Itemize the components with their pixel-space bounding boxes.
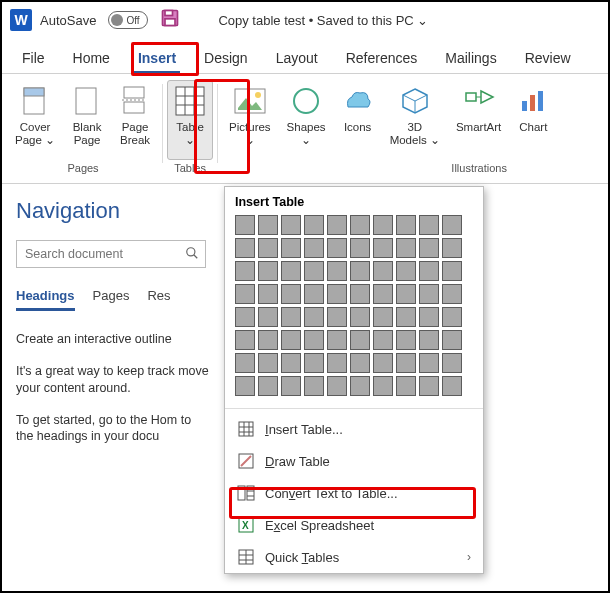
grid-cell[interactable]	[350, 353, 370, 373]
grid-cell[interactable]	[442, 261, 462, 281]
grid-cell[interactable]	[442, 284, 462, 304]
grid-cell[interactable]	[304, 307, 324, 327]
tab-mailings[interactable]: Mailings	[431, 43, 510, 73]
tab-insert[interactable]: Insert	[124, 43, 190, 73]
search-icon[interactable]	[185, 246, 199, 264]
grid-cell[interactable]	[442, 330, 462, 350]
excel-spreadsheet-item[interactable]: X Excel Spreadsheet	[225, 509, 483, 541]
grid-cell[interactable]	[281, 238, 301, 258]
grid-cell[interactable]	[350, 330, 370, 350]
quick-tables-item[interactable]: Quick Tables ›	[225, 541, 483, 573]
grid-cell[interactable]	[281, 330, 301, 350]
grid-cell[interactable]	[281, 307, 301, 327]
grid-cell[interactable]	[304, 330, 324, 350]
grid-cell[interactable]	[442, 238, 462, 258]
smartart-button[interactable]: SmartArt	[449, 80, 508, 160]
draw-table-item[interactable]: Draw Table	[225, 445, 483, 477]
grid-cell[interactable]	[396, 330, 416, 350]
grid-cell[interactable]	[304, 284, 324, 304]
grid-cell[interactable]	[396, 215, 416, 235]
grid-cell[interactable]	[258, 376, 278, 396]
3d-models-button[interactable]: 3D Models ⌄	[383, 80, 447, 160]
grid-cell[interactable]	[419, 307, 439, 327]
grid-cell[interactable]	[304, 353, 324, 373]
grid-cell[interactable]	[350, 215, 370, 235]
shapes-button[interactable]: Shapes ⌄	[280, 80, 333, 160]
grid-cell[interactable]	[327, 376, 347, 396]
grid-cell[interactable]	[304, 376, 324, 396]
grid-cell[interactable]	[419, 330, 439, 350]
table-size-grid[interactable]	[225, 215, 483, 404]
grid-cell[interactable]	[350, 307, 370, 327]
search-box[interactable]	[16, 240, 206, 268]
grid-cell[interactable]	[281, 284, 301, 304]
blank-page-button[interactable]: Blank Page	[64, 80, 110, 160]
grid-cell[interactable]	[327, 284, 347, 304]
grid-cell[interactable]	[304, 261, 324, 281]
chart-button[interactable]: Chart	[510, 80, 556, 160]
grid-cell[interactable]	[327, 353, 347, 373]
grid-cell[interactable]	[327, 238, 347, 258]
grid-cell[interactable]	[304, 238, 324, 258]
grid-cell[interactable]	[373, 238, 393, 258]
grid-cell[interactable]	[396, 307, 416, 327]
nav-tab-pages[interactable]: Pages	[93, 288, 130, 311]
grid-cell[interactable]	[235, 215, 255, 235]
grid-cell[interactable]	[419, 284, 439, 304]
tab-layout[interactable]: Layout	[262, 43, 332, 73]
grid-cell[interactable]	[281, 353, 301, 373]
grid-cell[interactable]	[235, 330, 255, 350]
pictures-button[interactable]: Pictures ⌄	[222, 80, 278, 160]
page-break-button[interactable]: Page Break	[112, 80, 158, 160]
tab-design[interactable]: Design	[190, 43, 262, 73]
nav-tab-results[interactable]: Res	[147, 288, 170, 311]
grid-cell[interactable]	[350, 261, 370, 281]
grid-cell[interactable]	[442, 376, 462, 396]
grid-cell[interactable]	[373, 330, 393, 350]
grid-cell[interactable]	[281, 261, 301, 281]
grid-cell[interactable]	[327, 330, 347, 350]
tab-home[interactable]: Home	[59, 43, 124, 73]
grid-cell[interactable]	[258, 261, 278, 281]
grid-cell[interactable]	[235, 376, 255, 396]
nav-tab-headings[interactable]: Headings	[16, 288, 75, 311]
grid-cell[interactable]	[373, 215, 393, 235]
grid-cell[interactable]	[396, 238, 416, 258]
grid-cell[interactable]	[373, 307, 393, 327]
grid-cell[interactable]	[350, 284, 370, 304]
grid-cell[interactable]	[419, 376, 439, 396]
grid-cell[interactable]	[373, 261, 393, 281]
grid-cell[interactable]	[373, 376, 393, 396]
autosave-toggle[interactable]: Off	[108, 11, 148, 29]
grid-cell[interactable]	[396, 284, 416, 304]
icons-button[interactable]: Icons	[335, 80, 381, 160]
grid-cell[interactable]	[373, 353, 393, 373]
grid-cell[interactable]	[258, 284, 278, 304]
grid-cell[interactable]	[258, 353, 278, 373]
grid-cell[interactable]	[258, 307, 278, 327]
cover-page-button[interactable]: Cover Page ⌄	[8, 80, 62, 160]
table-button[interactable]: Table ⌄	[167, 80, 213, 160]
grid-cell[interactable]	[396, 376, 416, 396]
search-input[interactable]	[23, 246, 199, 262]
grid-cell[interactable]	[327, 215, 347, 235]
grid-cell[interactable]	[327, 307, 347, 327]
grid-cell[interactable]	[258, 238, 278, 258]
grid-cell[interactable]	[281, 376, 301, 396]
grid-cell[interactable]	[419, 261, 439, 281]
grid-cell[interactable]	[350, 238, 370, 258]
grid-cell[interactable]	[419, 238, 439, 258]
grid-cell[interactable]	[235, 261, 255, 281]
grid-cell[interactable]	[258, 215, 278, 235]
grid-cell[interactable]	[396, 353, 416, 373]
convert-text-item[interactable]: Convert Text to Table...	[225, 477, 483, 509]
grid-cell[interactable]	[235, 284, 255, 304]
grid-cell[interactable]	[350, 376, 370, 396]
tab-references[interactable]: References	[332, 43, 432, 73]
grid-cell[interactable]	[442, 353, 462, 373]
grid-cell[interactable]	[235, 353, 255, 373]
tab-file[interactable]: File	[8, 43, 59, 73]
grid-cell[interactable]	[304, 215, 324, 235]
tab-review[interactable]: Review	[511, 43, 585, 73]
grid-cell[interactable]	[281, 215, 301, 235]
